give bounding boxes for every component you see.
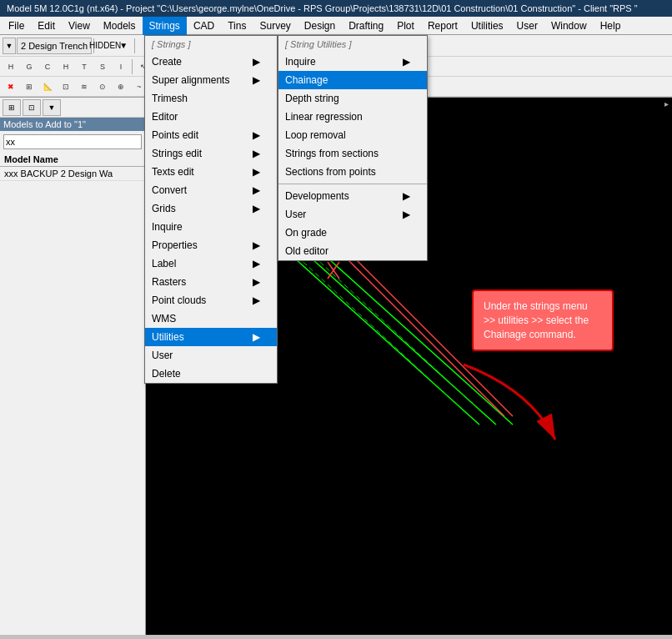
red-arrow	[447, 356, 572, 456]
menu-texts-edit[interactable]: Texts edit ▶	[145, 163, 277, 181]
properties-arrow: ▶	[253, 239, 260, 251]
menu-utilities[interactable]: Utilities	[464, 17, 510, 35]
model-selector[interactable]: ▼	[3, 38, 16, 54]
sub-loop-removal[interactable]: Loop removal	[278, 126, 427, 144]
dim-indicator: ▸	[664, 99, 669, 108]
menu-survey[interactable]: Survey	[253, 17, 297, 35]
table-row[interactable]: xxx BACKUP 2 Design Wa	[0, 167, 145, 181]
model-icon-bar: ⊞ ⊡ ▼	[0, 98, 145, 118]
menu-drafting[interactable]: Drafting	[342, 17, 390, 35]
tb3-btn-1[interactable]: ✖	[2, 78, 20, 96]
hidden-dropdown[interactable]: HIDDEN	[96, 37, 114, 55]
search-input[interactable]	[3, 134, 142, 149]
hidden-icon[interactable]: ▼	[114, 37, 133, 55]
menu-report[interactable]: Report	[421, 17, 464, 35]
tb2-btn-4[interactable]: H	[57, 58, 75, 76]
label-arrow: ▶	[253, 258, 260, 269]
tb2-btn-3[interactable]: C	[38, 58, 57, 76]
tb3-btn-7[interactable]: ⊕	[112, 78, 130, 96]
super-align-label: Super alignments	[152, 74, 229, 86]
menu-rasters[interactable]: Rasters ▶	[145, 273, 277, 291]
menu-delete[interactable]: Delete	[145, 365, 277, 383]
tb3-btn-4[interactable]: ⊡	[57, 78, 75, 96]
menu-help[interactable]: Help	[594, 17, 628, 35]
panel-btn-3[interactable]: ▼	[43, 99, 61, 116]
sub-linear-regression-label: Linear regression	[285, 111, 363, 123]
menu-file[interactable]: File	[2, 17, 31, 35]
panel-btn-2[interactable]: ⊡	[23, 99, 41, 116]
rasters-arrow: ▶	[253, 276, 260, 288]
grids-arrow: ▶	[253, 203, 260, 214]
menu-trimesh[interactable]: Trimesh	[145, 89, 277, 108]
menu-properties[interactable]: Properties ▶	[145, 236, 277, 254]
sub-sections-from-points[interactable]: Sections from points	[278, 163, 427, 181]
menu-point-clouds[interactable]: Point clouds ▶	[145, 291, 277, 309]
menu-grids[interactable]: Grids ▶	[145, 199, 277, 218]
user-label: User	[152, 350, 173, 361]
menu-window[interactable]: Window	[544, 17, 594, 35]
sub-loop-removal-label: Loop removal	[285, 129, 346, 141]
create-label: Create	[152, 56, 182, 68]
sub-developments[interactable]: Developments ▶	[278, 187, 427, 205]
properties-label: Properties	[152, 239, 198, 251]
menu-utilities[interactable]: Utilities ▶	[145, 328, 277, 346]
table-header-row: Model Name	[0, 153, 145, 167]
tb2-btn-2[interactable]: G	[20, 58, 38, 76]
sub-on-grade[interactable]: On grade	[278, 224, 427, 242]
rasters-label: Rasters	[152, 276, 186, 288]
menu-strings[interactable]: Strings	[143, 17, 187, 35]
menu-inquire[interactable]: Inquire	[145, 218, 277, 236]
menu-edit[interactable]: Edit	[31, 17, 62, 35]
editor-label: Editor	[152, 111, 178, 123]
sub-strings-from-sections[interactable]: Strings from sections	[278, 144, 427, 163]
sub-user-arrow: ▶	[403, 209, 410, 220]
panel-btn-1[interactable]: ⊞	[3, 99, 21, 116]
menu-strings-edit[interactable]: Strings edit ▶	[145, 144, 277, 163]
sub-old-editor-label: Old editor	[285, 245, 328, 257]
menu-user[interactable]: User	[510, 17, 544, 35]
menu-design[interactable]: Design	[298, 17, 342, 35]
menu-create[interactable]: Create ▶	[145, 53, 277, 71]
tb2-btn-5[interactable]: T	[75, 58, 93, 76]
tb3-btn-6[interactable]: ⊙	[93, 78, 112, 96]
menu-editor[interactable]: Editor	[145, 108, 277, 126]
sub-linear-regression[interactable]: Linear regression	[278, 108, 427, 126]
menu-plot[interactable]: Plot	[390, 17, 421, 35]
tb3-btn-5[interactable]: ≋	[75, 78, 93, 96]
menu-models[interactable]: Models	[97, 17, 143, 35]
sub-old-editor[interactable]: Old editor	[278, 242, 427, 260]
menu-tins[interactable]: Tins	[221, 17, 253, 35]
strings-dropdown-menu: [ Strings ] Create ▶ Super alignments ▶ …	[144, 35, 278, 384]
inquire-label: Inquire	[152, 221, 183, 233]
strings-section-label: [ Strings ]	[145, 36, 277, 53]
sub-chainage[interactable]: Chainage	[278, 71, 427, 89]
sub-sections-points-label: Sections from points	[285, 166, 376, 178]
tb3-btn-3[interactable]: 📐	[38, 78, 57, 96]
tb2-btn-7[interactable]: I	[112, 58, 130, 76]
left-model-label: Models to Add to "1"	[0, 118, 145, 131]
sub-user-label: User	[285, 209, 306, 220]
menu-label[interactable]: Label ▶	[145, 254, 277, 273]
menu-convert[interactable]: Convert ▶	[145, 181, 277, 199]
submenu-divider	[278, 184, 427, 184]
point-clouds-arrow: ▶	[253, 294, 260, 306]
menu-wms[interactable]: WMS	[145, 309, 277, 328]
sub-strings-sections-label: Strings from sections	[285, 148, 379, 159]
menu-user[interactable]: User	[145, 346, 277, 365]
sub-user[interactable]: User ▶	[278, 205, 427, 224]
column-header: Model Name	[0, 153, 145, 167]
convert-label: Convert	[152, 184, 187, 196]
sub-depth-string[interactable]: Depth string	[278, 89, 427, 108]
menu-points-edit[interactable]: Points edit ▶	[145, 126, 277, 144]
model-row-name: xxx BACKUP 2 Design Wa	[0, 167, 145, 181]
tb2-btn-1[interactable]: H	[2, 58, 20, 76]
menu-view[interactable]: View	[62, 17, 97, 35]
tb2-btn-6[interactable]: S	[93, 58, 112, 76]
sub-inquire[interactable]: Inquire ▶	[278, 53, 427, 71]
menu-cad[interactable]: CAD	[187, 17, 221, 35]
toolbar-separator-2	[134, 38, 135, 53]
sub-developments-arrow: ▶	[403, 190, 410, 202]
menu-super-alignments[interactable]: Super alignments ▶	[145, 71, 277, 89]
tb3-btn-2[interactable]: ⊞	[20, 78, 38, 96]
tooltip-text: Under the strings menu >> utilities >> s…	[484, 300, 589, 340]
